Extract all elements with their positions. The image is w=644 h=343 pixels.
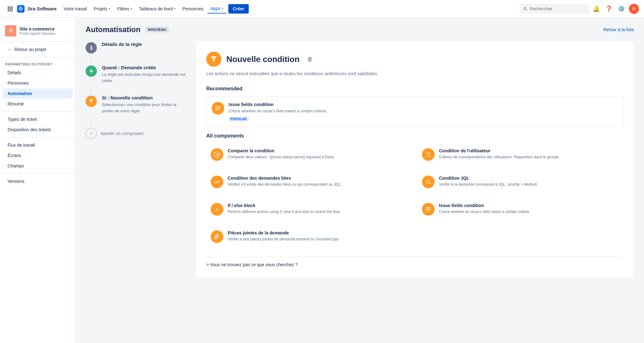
svg-marker-12 (89, 99, 93, 103)
more-info-link[interactable]: > Vous ne trouvez pas ce que vous cherch… (206, 262, 624, 267)
nav-apps[interactable]: Apps ▾ (207, 4, 226, 14)
jira-logo[interactable]: Jira Software (16, 4, 57, 13)
main-content: Automatisation NOUVEAU Retour à la liste… (75, 18, 644, 343)
recommended-name: Issue fields condition (229, 102, 619, 107)
new-badge: NOUVEAU (146, 27, 169, 32)
step-connector-2 (91, 89, 92, 95)
step-connector-3 (91, 119, 92, 125)
top-navigation: Jira Software Votre travail Projets ▾ Fi… (0, 0, 644, 18)
sidebar-item-resume[interactable]: Résumé (3, 99, 73, 109)
delete-condition-icon[interactable]: 🗑 (307, 56, 313, 63)
step-condition-title: Si : Nouvelle condition (102, 95, 186, 100)
rule-steps-panel: ℹ Détails de la règle Quand : De (86, 42, 186, 142)
nav-filtres[interactable]: Filtres ▾ (114, 4, 135, 13)
svg-rect-2 (11, 6, 13, 8)
more-info-section: > Vous ne trouvez pas ce que vous cherch… (206, 257, 624, 267)
svg-rect-1 (9, 6, 11, 8)
nav-votre-travail[interactable]: Votre travail (60, 4, 90, 13)
user-condition-icon (422, 148, 435, 161)
sidebar-divider-1 (0, 57, 75, 57)
svg-rect-16 (215, 110, 219, 110)
nav-tableaux[interactable]: Tableaux de bord ▾ (136, 4, 179, 13)
back-to-project[interactable]: ← Retour au projet (3, 44, 73, 54)
user-condition-info: Condition de l'utilisateur Critères de c… (439, 148, 619, 162)
condition-header-icon (206, 52, 221, 67)
component-ifelse[interactable]: If / else block Perform different action… (206, 199, 413, 221)
jira-logo-text: Jira Software (27, 6, 57, 11)
notifications-button[interactable]: 🔔 (591, 4, 601, 14)
sidebar-item-types[interactable]: Types de ticket (3, 114, 73, 124)
settings-button[interactable]: ⚙️ (616, 4, 626, 14)
ifelse-icon (211, 203, 223, 216)
create-button[interactable]: Créer (228, 4, 249, 14)
ifelse-info: If / else block Perform different action… (228, 203, 408, 216)
user-avatar[interactable]: U (629, 4, 639, 14)
recommended-card[interactable]: Issue fields condition Check whether an … (206, 97, 624, 127)
step-trigger-title: Quand : Demande créée (102, 65, 186, 70)
linked-icon (211, 176, 223, 188)
nav-personnes[interactable]: Personnes (179, 4, 207, 13)
content-columns: ℹ Détails de la règle Quand : De (86, 42, 634, 277)
sidebar-item-champs[interactable]: Champs (3, 161, 73, 171)
svg-rect-22 (426, 207, 431, 208)
recommended-info: Issue fields condition Check whether an … (229, 102, 619, 121)
grid-menu-icon[interactable] (5, 4, 15, 14)
back-to-list-link[interactable]: Retour à la liste (603, 27, 634, 32)
issue-fields-icon (215, 105, 221, 111)
add-component-label: Ajouter un composant (101, 131, 143, 136)
svg-rect-6 (8, 10, 9, 11)
search-icon (523, 7, 527, 11)
svg-rect-4 (9, 8, 11, 9)
component-linked[interactable]: Condition des demandes liées Vérifiez s'… (206, 171, 413, 194)
nav-tableaux-chevron: ▾ (174, 7, 175, 10)
help-button[interactable]: ❓ (604, 4, 614, 14)
fields-icon (425, 206, 431, 212)
project-type: Projet logiciel classique (19, 31, 55, 35)
automation-header: Automatisation NOUVEAU Retour à la liste (86, 25, 634, 34)
rule-step-trigger[interactable]: Quand : Demande créée La règle est exécu… (86, 65, 186, 84)
sidebar-item-flux[interactable]: Flux de travail (3, 140, 73, 150)
all-components-grid: Comparer la condition Comparer deux vale… (206, 144, 624, 248)
sidebar-item-disposition[interactable]: Disposition des tickets (3, 125, 73, 135)
sidebar-item-versions[interactable]: Versions (3, 176, 73, 186)
component-user-condition[interactable]: Condition de l'utilisateur Critères de c… (418, 144, 624, 166)
rule-step-condition[interactable]: Si : Nouvelle condition Sélectionnez une… (86, 95, 186, 114)
ifelse-desc: Perform different actions using if, else… (228, 209, 408, 215)
recommended-icon (212, 102, 224, 115)
step-details-icon: ℹ (86, 42, 97, 53)
sidebar-divider-2 (0, 111, 75, 112)
comparer-desc: Comparer deux valeurs : {{issue.status.n… (228, 155, 408, 160)
sidebar-item-details[interactable]: Détails (3, 68, 73, 78)
comparer-name: Comparer la condition (228, 148, 408, 153)
svg-rect-23 (426, 209, 431, 210)
sidebar-divider-3 (0, 137, 75, 138)
lightning-icon (88, 68, 94, 74)
sidebar-item-personnes[interactable]: Personnes (3, 78, 73, 88)
branches-icon (214, 206, 220, 212)
search-box[interactable] (520, 4, 589, 13)
back-icon: ← (8, 47, 12, 52)
nav-projets[interactable]: Projets ▾ (91, 4, 114, 13)
ifelse-name: If / else block (228, 203, 408, 208)
issue-fields-info-2: Issue fields condition Check whether an … (439, 203, 619, 216)
svg-rect-3 (8, 8, 9, 9)
search-input[interactable] (530, 6, 585, 11)
user-icon (425, 151, 431, 158)
recommended-heading: Recommended (206, 86, 624, 92)
jql-info: Condition JQL Vérifie si la demande corr… (439, 176, 619, 189)
comparer-info: Comparer la condition Comparer deux vale… (228, 148, 408, 162)
jql-name: Condition JQL (439, 176, 619, 181)
attachment-info: Pièces jointes de la demande Vérifie si … (228, 230, 408, 244)
project-name: Site e-commerce (19, 26, 55, 31)
svg-rect-15 (215, 108, 220, 109)
add-component-button[interactable]: + Ajouter un composant (86, 125, 186, 142)
svg-line-11 (526, 9, 527, 10)
component-issue-fields[interactable]: Issue fields condition Check whether an … (418, 199, 624, 221)
issue-fields-icon-2 (422, 203, 435, 216)
component-attachment[interactable]: Pièces jointes de la demande Vérifie si … (206, 226, 413, 248)
svg-line-21 (429, 183, 430, 184)
component-comparer[interactable]: Comparer la condition Comparer deux vale… (206, 144, 413, 166)
sidebar-item-ecrans[interactable]: Écrans (3, 150, 73, 160)
component-jql[interactable]: Condition JQL Vérifie si la demande corr… (418, 171, 624, 194)
sidebar-item-automation[interactable]: Automation (3, 88, 73, 98)
